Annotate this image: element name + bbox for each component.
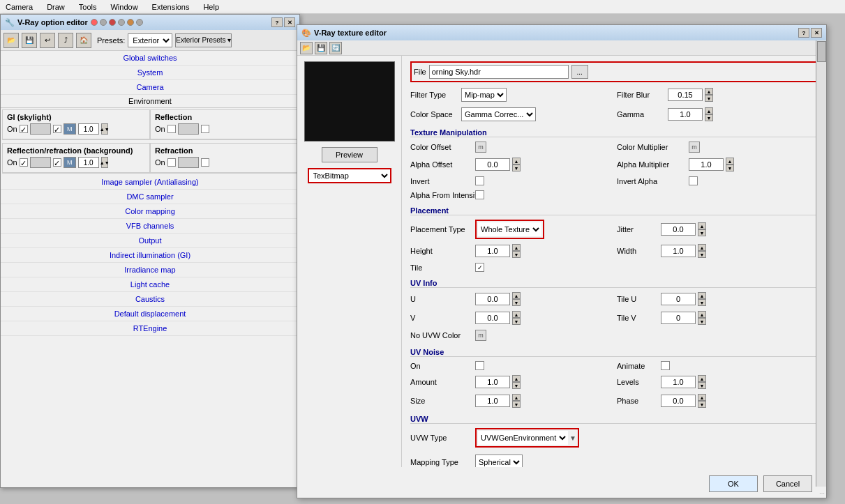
u-input[interactable] [475,293,510,305]
gi-on-checkbox[interactable]: ✓ [20,125,28,133]
tex-toolbar-icon1[interactable]: 📂 [300,42,313,54]
help-btn[interactable]: ? [271,17,283,27]
filter-blur-spin-dn[interactable]: ▼ [705,95,713,102]
tile-v-dn[interactable]: ▼ [698,318,706,325]
width-input[interactable] [661,245,696,257]
tex-toolbar-icon3[interactable]: 🔄 [329,42,342,54]
refl-on-checkbox[interactable] [167,125,176,133]
rr-checkbox[interactable]: ✓ [20,158,28,167]
menu-tools[interactable]: Tools [76,1,100,13]
u-dn[interactable]: ▼ [512,299,521,306]
noise-on-checkbox[interactable] [475,361,484,370]
gi-num[interactable]: 1.0 [78,123,99,135]
light-cache-item[interactable]: Light cache [1,277,299,292]
gi-color[interactable] [30,123,51,135]
size-input[interactable] [475,395,510,407]
gamma-spin-up[interactable]: ▲ [705,107,713,114]
gi-check2[interactable]: ✓ [53,125,61,133]
filter-blur-input[interactable] [668,89,703,101]
tile-u-up[interactable]: ▲ [698,292,706,299]
levels-dn[interactable]: ▼ [698,382,706,389]
forward-icon[interactable]: ⤴ [58,33,73,48]
gi-m-btn[interactable]: M [63,123,76,135]
scrollbar-thumb[interactable] [817,41,826,62]
width-dn[interactable]: ▼ [698,251,706,258]
menu-draw[interactable]: Draw [44,1,68,13]
height-input[interactable] [475,245,510,257]
home-icon[interactable]: 🏠 [76,33,91,48]
width-up[interactable]: ▲ [698,244,706,251]
presets-select[interactable]: Exterior [128,33,172,47]
color-space-select[interactable]: Gamma Correc... [461,107,536,121]
save-icon[interactable]: 💾 [22,33,37,48]
default-displacement-item[interactable]: Default displacement [1,307,299,321]
tex-type-select[interactable]: TexBitmap [308,168,391,183]
refl-check2[interactable] [201,125,209,133]
alpha-offset-up[interactable]: ▲ [512,158,521,165]
amount-dn[interactable]: ▼ [512,382,521,389]
dmc-sampler-item[interactable]: DMC sampler [1,190,299,204]
tile-v-up[interactable]: ▲ [698,311,706,318]
global-switches-item[interactable]: Global switches [1,51,299,66]
menu-extensions[interactable]: Extensions [149,1,193,13]
rtengine-item[interactable]: RTEngine [1,321,299,336]
phase-up[interactable]: ▲ [698,394,706,401]
v-input[interactable] [475,312,510,324]
rr-m-btn[interactable]: M [63,157,76,168]
preview-button[interactable]: Preview [322,147,377,162]
gi-spin[interactable]: ▲▼ [101,123,108,135]
color-mult-m-btn[interactable]: m [689,142,700,153]
tile-u-dn[interactable]: ▼ [698,299,706,306]
camera-item[interactable]: Camera [1,80,299,95]
scrollbar-track[interactable] [816,40,826,487]
jitter-dn[interactable]: ▼ [698,229,706,236]
ok-button[interactable]: OK [709,475,758,492]
tex-toolbar-icon2[interactable]: 💾 [315,42,327,54]
system-item[interactable]: System [1,66,299,80]
v-up[interactable]: ▲ [512,311,521,318]
tex-help-btn[interactable]: ? [798,28,809,38]
alpha-mult-dn[interactable]: ▼ [726,165,734,171]
phase-input[interactable] [661,395,696,407]
size-up[interactable]: ▲ [512,394,521,401]
invert-alpha-checkbox[interactable] [689,176,698,185]
gamma-input[interactable] [668,108,703,121]
alpha-mult-input[interactable] [689,158,724,171]
tile-u-input[interactable] [661,293,696,305]
file-input[interactable] [429,65,569,79]
v-dn[interactable]: ▼ [512,318,521,325]
amount-input[interactable] [475,376,510,388]
alpha-offset-dn[interactable]: ▼ [512,165,521,171]
alpha-offset-input[interactable] [475,158,510,171]
height-up[interactable]: ▲ [512,244,521,251]
open-file-icon[interactable]: 📂 [3,33,19,48]
placement-type-select[interactable]: Whole Texture [478,222,541,236]
cancel-button[interactable]: Cancel [763,475,812,492]
uvw-type-select[interactable]: UVWGenEnvironment [478,431,568,445]
height-dn[interactable]: ▼ [512,251,521,258]
tile-checkbox[interactable]: ✓ [475,263,484,272]
mapping-type-select[interactable]: Spherical [475,455,523,467]
jitter-input[interactable] [661,223,696,236]
refl-color[interactable] [178,123,199,135]
tex-close-btn[interactable]: ✕ [811,28,822,38]
output-item[interactable]: Output [1,234,299,248]
indirect-illumination-item[interactable]: Indirect illumination (GI) [1,248,299,263]
exterior-presets-btn[interactable]: Exterior Presets ▾ [175,33,232,47]
jitter-up[interactable]: ▲ [698,222,706,229]
alpha-mult-up[interactable]: ▲ [726,158,734,165]
size-dn[interactable]: ▼ [512,401,521,408]
filter-blur-spin-up[interactable]: ▲ [705,88,713,95]
u-up[interactable]: ▲ [512,292,521,299]
amount-up[interactable]: ▲ [512,375,521,382]
rr-check2[interactable]: ✓ [53,158,61,167]
filter-type-select[interactable]: Mip-map [461,88,507,102]
tile-v-input[interactable] [661,312,696,324]
image-sampler-item[interactable]: Image sampler (Antialiasing) [1,175,299,190]
refr-check2[interactable] [201,158,209,167]
rr-color[interactable] [30,157,51,168]
caustics-item[interactable]: Caustics [1,292,299,307]
invert-checkbox[interactable] [475,176,484,185]
file-browse-btn[interactable]: ... [571,65,588,79]
levels-input[interactable] [661,376,696,388]
